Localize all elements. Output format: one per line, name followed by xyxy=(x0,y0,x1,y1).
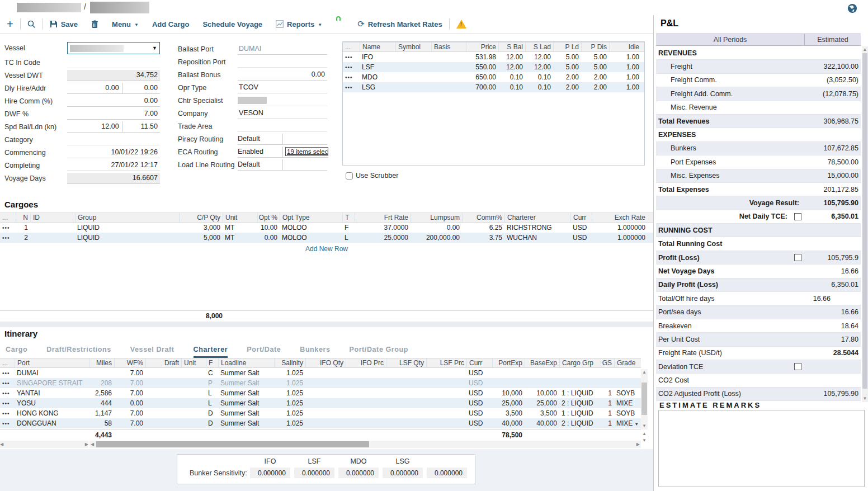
delete-button[interactable] xyxy=(84,20,105,29)
column-header[interactable]: S Bal xyxy=(498,43,525,51)
cell[interactable]: MT xyxy=(223,234,257,242)
pnl-row-checkbox[interactable] xyxy=(794,254,801,261)
save-button[interactable]: Save xyxy=(43,20,84,29)
cell[interactable]: 40,000 xyxy=(525,419,559,427)
column-header[interactable]: Opt % xyxy=(257,213,280,222)
pnl-col-all-periods[interactable]: All Periods xyxy=(656,34,805,45)
column-header[interactable]: C/P Qty xyxy=(179,213,223,222)
cell[interactable]: 0.10 xyxy=(498,83,525,91)
cell[interactable]: 1.025 xyxy=(274,389,305,397)
cell[interactable]: IFO xyxy=(360,53,395,61)
chtr-specialist-field[interactable] xyxy=(238,95,327,106)
column-header[interactable]: WF% xyxy=(114,358,145,367)
column-header[interactable]: Idle xyxy=(609,43,641,51)
column-header[interactable]: GS xyxy=(601,358,614,367)
row-menu-icon[interactable]: ••• xyxy=(343,64,360,70)
cell[interactable]: 25.0000 xyxy=(355,234,411,242)
reposition-port-field[interactable] xyxy=(238,56,327,68)
refresh-market-rates-button[interactable]: ⟳ Refresh Market Rates xyxy=(351,19,449,29)
column-header[interactable]: Curr xyxy=(570,213,592,222)
cell[interactable]: SOYB xyxy=(614,409,639,417)
column-header[interactable]: ... xyxy=(0,213,16,222)
cell[interactable]: 0.10 xyxy=(525,73,553,81)
column-header[interactable]: BaseExp xyxy=(525,358,559,367)
cell[interactable]: Summer Salt xyxy=(218,399,274,407)
column-header[interactable]: F xyxy=(206,358,218,367)
ballast-bonus-field[interactable]: 0.00 xyxy=(238,69,327,81)
cell[interactable]: L xyxy=(206,389,218,397)
cell[interactable]: 1.025 xyxy=(274,379,305,387)
cell[interactable]: 1.025 xyxy=(274,369,305,377)
table-row[interactable]: •••LSG700.000.100.102.002.001.00 xyxy=(343,82,644,92)
cell[interactable]: WUCHAN xyxy=(504,234,570,242)
table-row[interactable]: •••IFO531.9812.0012.005.005.001.00 xyxy=(343,52,644,62)
cell[interactable]: 6.25 xyxy=(462,224,504,232)
scroll-down-icon[interactable]: ▼ xyxy=(862,395,868,402)
globe-icon[interactable] xyxy=(847,3,857,13)
column-header[interactable]: S Lad xyxy=(525,43,553,51)
tab-draft-restrictions[interactable]: Draft/Restrictions xyxy=(46,346,111,358)
column-header[interactable]: Frt Rate xyxy=(355,213,411,222)
cell[interactable]: 200,000.00 xyxy=(411,234,462,242)
completing-field[interactable]: 27/01/22 12:17 xyxy=(67,160,160,171)
table-row[interactable]: •••DONGGUAN587.00DSummer Salt1.025USD40,… xyxy=(0,418,641,428)
cell[interactable]: 1 xyxy=(601,419,614,427)
scroll-up-icon[interactable]: ▲ xyxy=(641,369,648,376)
chevron-down-icon[interactable]: ▼ xyxy=(634,422,639,427)
table-row[interactable]: •••DUMAI7.00CSummer Salt1.025USD xyxy=(0,368,641,378)
column-header[interactable]: Cargo Grp xyxy=(559,358,601,367)
cell[interactable]: C xyxy=(206,369,218,377)
cell[interactable]: DUMAI xyxy=(15,369,89,377)
cell[interactable]: 2 xyxy=(16,234,30,242)
column-header[interactable]: Name xyxy=(360,43,395,51)
tab-port-date[interactable]: Port/Date xyxy=(247,346,281,358)
tab-charterer[interactable]: Charterer xyxy=(194,346,228,358)
cell[interactable]: D xyxy=(206,419,218,427)
cell[interactable]: YOSU xyxy=(15,399,89,407)
add-cargo-button[interactable]: Add Cargo xyxy=(145,20,196,29)
cell[interactable]: USD xyxy=(466,379,492,387)
cell[interactable]: 1.000000 xyxy=(592,224,648,232)
cell[interactable]: 2 : LIQUID xyxy=(559,399,601,407)
scroll-right-icon[interactable]: ▶ xyxy=(636,441,640,448)
column-header[interactable]: ... xyxy=(343,43,360,51)
column-header[interactable]: Draft xyxy=(145,358,181,367)
itinerary-row-spinner[interactable]: ▲▼ xyxy=(641,431,648,440)
scrollbar-thumb[interactable] xyxy=(96,441,369,447)
column-header[interactable]: IFO Qty xyxy=(305,358,346,367)
cell[interactable]: 1.025 xyxy=(274,409,305,417)
eca-items-select[interactable]: 19 items selec xyxy=(285,147,328,156)
tab-bunkers[interactable]: Bunkers xyxy=(300,346,330,358)
row-menu-icon[interactable]: ••• xyxy=(343,74,360,81)
tab-port-date-group[interactable]: Port/Date Group xyxy=(349,346,408,358)
cell[interactable]: MOLOO xyxy=(280,224,342,232)
cell[interactable]: YANTAI xyxy=(15,389,89,397)
table-row[interactable]: •••SINGAPORE STRAIT2087.00PSummer Salt1.… xyxy=(0,378,641,388)
column-header[interactable]: Price xyxy=(466,43,498,51)
column-header[interactable]: Port xyxy=(15,358,89,367)
table-row[interactable]: •••YOSU4440.00LSummer Salt1.025USD25,000… xyxy=(0,398,641,408)
column-header[interactable]: Opt Type xyxy=(280,213,342,222)
cell[interactable]: 531.98 xyxy=(466,53,498,61)
cell[interactable]: 1.00 xyxy=(609,83,641,91)
cell[interactable]: 5,000 xyxy=(179,234,223,242)
column-header[interactable]: Salinity xyxy=(274,358,305,367)
cell[interactable]: 40,000 xyxy=(492,419,525,427)
cell[interactable]: 0.10 xyxy=(498,73,525,81)
cell[interactable]: 0.00 xyxy=(257,234,280,242)
itinerary-vertical-scrollbar[interactable]: ▲ ▼ xyxy=(641,369,648,429)
cell[interactable]: P xyxy=(206,379,218,387)
loadline-routing-field[interactable]: Default xyxy=(238,159,327,171)
cell[interactable]: D xyxy=(206,409,218,417)
cell[interactable]: 2 : LIQUID xyxy=(559,419,601,427)
scroll-up-icon[interactable]: ▲ xyxy=(862,46,868,53)
sensitivity-value-field[interactable]: 0.000000 xyxy=(338,468,379,478)
table-row[interactable]: •••MDO650.000.100.102.002.001.00 xyxy=(343,72,644,82)
cell[interactable]: 700.00 xyxy=(466,83,498,91)
column-header[interactable]: Miles xyxy=(89,358,114,367)
sensitivity-value-field[interactable]: 0.000000 xyxy=(427,468,467,478)
cell[interactable]: 550.00 xyxy=(466,63,498,71)
pnl-row-checkbox[interactable] xyxy=(794,213,801,220)
row-menu-icon[interactable]: ••• xyxy=(343,54,360,60)
cell[interactable]: 1 xyxy=(601,399,614,407)
